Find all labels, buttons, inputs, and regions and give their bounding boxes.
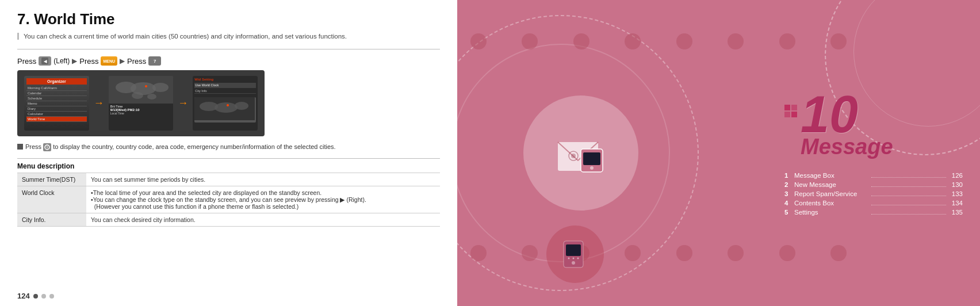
organizer-header: Organizer (26, 78, 87, 85)
dot-bottom-2 (522, 245, 538, 261)
dot-top-8 (830, 33, 847, 49)
key-7-btn: 7 (148, 56, 161, 66)
world-map-svg (109, 76, 174, 104)
dot-bottom-6 (728, 245, 744, 261)
press-1-label: Press (17, 57, 36, 66)
svg-point-27 (573, 258, 575, 259)
table-cell-desc-3: You can check desired city information. (86, 213, 440, 227)
organizer-item-3: Schedule (26, 96, 87, 101)
dot-filled-1 (33, 294, 38, 299)
dot-top-1 (470, 33, 487, 49)
svg-rect-30 (791, 105, 797, 110)
table-cell-label-1: Summer Time(DST) (17, 173, 86, 186)
note-icon (17, 144, 23, 150)
svg-point-20 (590, 166, 594, 170)
setting-header: Wid Setting (194, 78, 256, 81)
screenshots-area: Organizer Morning Call/Alarm Calendar Sc… (17, 70, 265, 136)
world-map (109, 76, 174, 104)
svg-point-8 (145, 85, 147, 87)
dot-bottom-1 (470, 245, 487, 261)
world-time-info: Brit Time 9/13(Wed) PM2:10 Local Time (109, 104, 174, 116)
organizer-item-6: Calculator (26, 112, 87, 117)
svg-rect-32 (791, 112, 797, 117)
table-cell-desc-1: You can set summer time periods by citie… (86, 173, 440, 186)
key-menu-btn: MENU (101, 56, 117, 66)
right-panel: 10 Message 1 Message Box 126 2 New Messa… (457, 0, 980, 306)
press-2-label: Press (79, 57, 98, 66)
toc-num-2: 2 (784, 181, 793, 188)
organizer-item-2: Calendar (26, 91, 87, 96)
dot-bottom-8 (830, 245, 847, 261)
toc-dots-5 (871, 214, 946, 215)
svg-point-26 (568, 258, 570, 259)
toc-num-3: 3 (784, 190, 793, 197)
svg-rect-24 (566, 244, 581, 256)
toc-num-4: 4 (784, 200, 793, 206)
note-content: Press to display the country, country co… (25, 143, 336, 151)
organizer-item-4: Memo (26, 101, 87, 106)
svg-point-22 (571, 154, 576, 158)
page-title: 7. World Time (17, 10, 440, 28)
screen-organizer: Organizer Morning Call/Alarm Calendar Sc… (24, 76, 89, 131)
toc-item-1: 1 Message Box 126 (784, 172, 963, 179)
dot-bottom-4 (625, 245, 641, 261)
svg-point-7 (147, 94, 156, 100)
svg-point-28 (577, 258, 579, 259)
table-cell-label-3: City Info. (17, 213, 86, 227)
screen-world-time: Brit Time 9/13(Wed) PM2:10 Local Time (109, 76, 174, 131)
dot-top-4 (625, 33, 641, 49)
chapter-title: Message (801, 135, 893, 159)
toc-num-1: 1 (784, 172, 793, 179)
subtitle: You can check a current time of world ma… (17, 33, 440, 40)
toc-label-2: New Message (794, 181, 869, 188)
toc-page-2: 130 (948, 181, 963, 188)
arrow-1: ▶ (72, 57, 77, 65)
arrow-2: ▶ (120, 57, 125, 65)
setting-item-1: Use World Clock (194, 83, 256, 88)
dots-row-top (457, 33, 860, 49)
divider-mid (17, 158, 440, 159)
setting-map-svg (194, 97, 255, 120)
table-cell-label-2: World Clock (17, 186, 86, 213)
key-left-btn: ◀ (39, 56, 51, 66)
dot-top-2 (522, 33, 538, 49)
toc-label-5: Settings (794, 209, 869, 216)
toc-item-2: 2 New Message 130 (784, 181, 963, 189)
organizer-item-1: Morning Call/Alarm (26, 86, 87, 91)
screen-arrow-1: → (94, 97, 104, 109)
page-number-area: 124 (17, 292, 54, 300)
dot-top-7 (779, 33, 795, 49)
svg-point-6 (132, 92, 143, 99)
table-row: World Clock •The local time of your area… (17, 186, 440, 213)
phone-small-icon (561, 240, 589, 269)
toc-num-5: 5 (784, 209, 793, 216)
svg-point-11 (215, 102, 238, 113)
toc-label-1: Message Box (794, 172, 869, 179)
organizer-item-7: World Time (26, 117, 87, 122)
table-cell-desc-2: •The local time of your area and the sel… (86, 186, 440, 213)
toc-dots-1 (871, 177, 946, 178)
svg-point-5 (152, 83, 169, 92)
svg-point-13 (227, 104, 229, 106)
instruction-row: Press ◀ (Left) ▶ Press MENU ▶ Press 7 (17, 56, 440, 66)
toc-item-5: 5 Settings 135 (784, 209, 963, 216)
toc-label-4: Contents Box (794, 200, 869, 206)
bottom-phone-circle (546, 225, 604, 283)
toc-item-3: 3 Report Spam/Service 133 (784, 190, 963, 198)
screen-organizer-list: Organizer Morning Call/Alarm Calendar Sc… (24, 76, 89, 131)
screen-arrow-2: → (178, 97, 188, 109)
toc-dots-3 (871, 196, 946, 196)
svg-text:◀: ◀ (43, 59, 47, 63)
divider-top (17, 49, 440, 49)
table-row: Summer Time(DST) You can set summer time… (17, 173, 440, 186)
dot-empty-2 (49, 294, 54, 299)
svg-rect-31 (784, 112, 790, 117)
toc-list: 1 Message Box 126 2 New Message 130 3 Re… (784, 172, 963, 218)
screen-setting: Wid Setting Use World Clock City Info (193, 76, 258, 131)
dot-empty-1 (41, 294, 46, 299)
table-row: City Info. You can check desired city in… (17, 213, 440, 227)
toc-dots-2 (871, 186, 946, 187)
envelope-icon (555, 132, 607, 175)
toc-label-3: Report Spam/Service (794, 190, 869, 197)
dot-bottom-5 (676, 245, 692, 261)
